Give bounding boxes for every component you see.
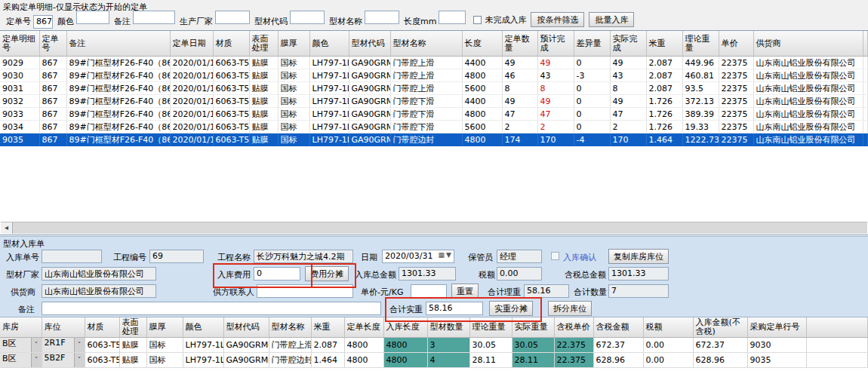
table-row[interactable]: 903586789#门框型材F26-F40（866+867）2020/01/13…: [0, 133, 868, 146]
column-header[interactable]: 长度: [462, 31, 502, 57]
column-header[interactable]: 理论重量: [682, 31, 719, 57]
unit-price-field[interactable]: [411, 284, 447, 298]
contact-label: 供方联系人: [213, 287, 254, 298]
table-row[interactable]: 902986789#门框型材F26-F40（866+867）2020/01/13…: [0, 57, 868, 69]
combo-cell[interactable]: ˅B区: [0, 338, 42, 353]
cell: 贴膜: [249, 69, 278, 82]
dropdown-arrow-icon[interactable]: ˅: [74, 338, 85, 352]
column-header[interactable]: 型材代码: [223, 317, 269, 338]
dropdown-arrow-icon[interactable]: ˅: [74, 353, 85, 367]
project-no-field[interactable]: 69: [149, 250, 204, 263]
column-header[interactable]: 材质: [213, 31, 249, 57]
table-row[interactable]: 903486789#门框型材F26-F40（866+867）2020/01/13…: [0, 121, 868, 133]
inbound-no-field[interactable]: [42, 250, 102, 263]
column-header[interactable]: 米重: [646, 31, 682, 57]
total-theory-field[interactable]: 58.16: [524, 284, 569, 298]
column-header[interactable]: 颜色: [183, 317, 223, 338]
column-header[interactable]: 型材名称: [390, 31, 462, 57]
filter-field[interactable]: [290, 11, 325, 24]
column-header[interactable]: 定单长度: [344, 317, 383, 338]
cell: 4800: [344, 353, 383, 368]
filter-label: 型材代码: [254, 17, 288, 26]
cell: 贴膜: [249, 95, 278, 108]
table-row[interactable]: 903186789#门框型材F26-F40（866+867）2020/01/13…: [0, 82, 868, 95]
column-header[interactable]: 表面处理: [119, 317, 146, 338]
column-header[interactable]: 库位: [42, 317, 85, 338]
cell: 4800: [462, 108, 502, 121]
column-header[interactable]: 含税金额: [593, 317, 643, 338]
dropdown-arrow-icon[interactable]: ˅: [31, 338, 42, 352]
column-header[interactable]: 颜色: [309, 31, 349, 57]
column-header[interactable]: 入库金额(不含税): [693, 317, 747, 338]
column-header[interactable]: 供货商: [753, 31, 863, 57]
cell: 山东南山铝业股份有限公司: [753, 108, 863, 121]
filter-field[interactable]: [133, 11, 175, 24]
project-name-field[interactable]: 长沙万科魅力之城4.2期: [254, 250, 353, 263]
filter-field[interactable]: [439, 11, 466, 24]
tax-field[interactable]: 0.00: [497, 267, 542, 281]
column-header[interactable]: 预计完成: [537, 31, 574, 57]
filter-by-condition-button[interactable]: 按条件筛选: [531, 12, 584, 27]
filter-field[interactable]: [215, 11, 250, 24]
cell: -4: [574, 133, 610, 146]
column-header[interactable]: 材质: [85, 317, 119, 338]
total-qty-field[interactable]: 7: [608, 284, 669, 298]
combo-cell[interactable]: ˅5B2F: [42, 353, 85, 368]
column-header[interactable]: 定单数量: [502, 31, 537, 57]
table-row[interactable]: 903386789#门框型材F26-F40（866+867）2020/01/13…: [0, 108, 868, 121]
filter-field[interactable]: [76, 11, 109, 24]
keeper-field[interactable]: 经理: [497, 250, 542, 263]
column-header[interactable]: 实际完成: [610, 31, 646, 57]
column-header[interactable]: 含税单价: [554, 317, 593, 338]
column-header[interactable]: 膜厚: [146, 317, 183, 338]
horizontal-scrollbar[interactable]: ◂: [1, 222, 867, 234]
reset-button[interactable]: 重置: [451, 284, 479, 299]
filler-cell: [806, 353, 868, 368]
cell: 89#门框型材F26-F40（866+867）: [66, 57, 170, 69]
column-header[interactable]: 定单明细号: [0, 31, 39, 57]
combo-cell[interactable]: ˅B区: [0, 353, 42, 368]
factory-field[interactable]: 山东南山铝业股份有限公司: [42, 267, 156, 281]
column-header[interactable]: 差异量: [574, 31, 610, 57]
table-row[interactable]: ˅B区˅2R1F6063-T5贴膜国标LH797-1LL0GA90GRM03门带…: [0, 338, 868, 353]
scroll-left-icon[interactable]: ◂: [1, 222, 13, 234]
column-header[interactable]: 膜厚: [278, 31, 309, 57]
total-with-tax-field[interactable]: 1301.33: [608, 267, 669, 281]
note-field[interactable]: [42, 302, 381, 315]
app-window: 采购定单明细-仅显示状态为开始的定单 定单号867颜色备注生产厂家型材代码型材名…: [0, 0, 868, 371]
column-header[interactable]: 税额: [643, 317, 693, 338]
table-row[interactable]: 903086789#门框型材F26-F40（866+867）2020/01/13…: [0, 69, 868, 82]
cell: 22375: [719, 57, 753, 69]
total-amount-field[interactable]: 1301.33: [399, 267, 456, 281]
column-header[interactable]: 定单日期: [170, 31, 213, 57]
calendar-icon[interactable]: ▦: [439, 251, 445, 259]
cell: 28.11: [469, 353, 512, 368]
column-header[interactable]: 备注: [66, 31, 170, 57]
date-field[interactable]: 2020/03/31▼▦: [382, 250, 454, 263]
column-header[interactable]: 米重: [311, 317, 344, 338]
cell: LH797-1LL0: [183, 353, 223, 368]
filter-field[interactable]: [365, 11, 399, 24]
column-header[interactable]: 定单号: [39, 31, 66, 57]
dropdown-arrow-icon[interactable]: ▼: [446, 251, 451, 259]
filter-field[interactable]: 867: [33, 15, 53, 29]
column-header[interactable]: 采购定单行号: [747, 317, 806, 338]
batch-inbound-button[interactable]: 批量入库: [589, 12, 634, 27]
column-header[interactable]: 型材代码: [349, 31, 390, 57]
combo-cell[interactable]: ˅2R1F: [42, 338, 85, 353]
unfinished-inbound-checkbox[interactable]: [473, 16, 482, 24]
column-header[interactable]: 型材名称: [269, 317, 311, 338]
split-location-button[interactable]: 拆分库位: [548, 301, 592, 316]
column-header[interactable]: 库房: [0, 317, 42, 338]
column-header[interactable]: 表面处理: [249, 31, 278, 57]
tax-label: 税额: [479, 269, 495, 281]
column-header[interactable]: 单价: [719, 31, 753, 57]
dropdown-arrow-icon[interactable]: ˅: [31, 353, 42, 367]
supplier-field[interactable]: 山东南山铝业股份有限公司: [42, 284, 156, 298]
inbound-confirm-checkbox[interactable]: [551, 252, 559, 260]
table-row[interactable]: ˅B区˅5B2F6063-T5贴膜国标LH797-1LL0GA90GRM05门带…: [0, 353, 868, 368]
cell: 0: [574, 82, 610, 95]
table-row[interactable]: 903286789#门框型材F26-F40（866+867）2020/01/13…: [0, 95, 868, 108]
copy-warehouse-button[interactable]: 复制库房库位: [608, 249, 669, 264]
cell: 6063-T5: [213, 133, 249, 146]
